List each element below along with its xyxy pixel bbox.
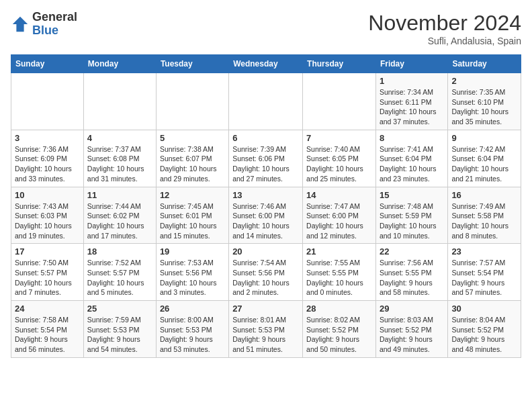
title-block: November 2024 Sufli, Andalusia, Spain xyxy=(368,11,521,46)
day-info: Sunrise: 7:46 AM Sunset: 6:00 PM Dayligh… xyxy=(232,201,299,241)
day-number: 8 xyxy=(380,133,444,143)
month-title: November 2024 xyxy=(368,11,521,36)
day-number: 23 xyxy=(451,246,517,257)
day-info: Sunrise: 7:42 AM Sunset: 6:04 PM Dayligh… xyxy=(451,144,517,184)
logo-text: GeneralBlue xyxy=(32,11,77,38)
day-info: Sunrise: 8:03 AM Sunset: 5:52 PM Dayligh… xyxy=(380,315,444,355)
calendar-cell xyxy=(11,73,84,130)
day-info: Sunrise: 7:37 AM Sunset: 6:08 PM Dayligh… xyxy=(87,144,152,184)
calendar-cell: 28Sunrise: 8:02 AM Sunset: 5:52 PM Dayli… xyxy=(303,301,376,358)
calendar-cell: 17Sunrise: 7:50 AM Sunset: 5:57 PM Dayli… xyxy=(11,244,84,301)
calendar-cell xyxy=(229,73,303,130)
day-info: Sunrise: 8:02 AM Sunset: 5:52 PM Dayligh… xyxy=(306,315,372,355)
day-info: Sunrise: 7:56 AM Sunset: 5:55 PM Dayligh… xyxy=(380,258,444,298)
calendar-cell: 27Sunrise: 8:01 AM Sunset: 5:53 PM Dayli… xyxy=(229,301,303,358)
svg-marker-0 xyxy=(13,17,28,32)
location: Sufli, Andalusia, Spain xyxy=(368,36,521,46)
weekday-header-sunday: Sunday xyxy=(11,55,84,73)
day-number: 27 xyxy=(232,304,299,314)
calendar-cell: 1Sunrise: 7:34 AM Sunset: 6:11 PM Daylig… xyxy=(375,73,447,130)
day-number: 17 xyxy=(15,246,80,257)
logo: GeneralBlue xyxy=(11,11,77,38)
calendar-cell: 10Sunrise: 7:43 AM Sunset: 6:03 PM Dayli… xyxy=(11,187,84,244)
day-number: 5 xyxy=(160,133,225,143)
day-number: 2 xyxy=(451,76,517,86)
day-number: 12 xyxy=(160,190,225,200)
calendar-cell: 12Sunrise: 7:45 AM Sunset: 6:01 PM Dayli… xyxy=(156,187,228,244)
day-number: 21 xyxy=(306,246,372,257)
calendar-cell: 13Sunrise: 7:46 AM Sunset: 6:00 PM Dayli… xyxy=(229,187,303,244)
calendar-cell: 11Sunrise: 7:44 AM Sunset: 6:02 PM Dayli… xyxy=(83,187,156,244)
day-number: 11 xyxy=(87,190,152,200)
calendar-cell: 4Sunrise: 7:37 AM Sunset: 6:08 PM Daylig… xyxy=(83,130,156,187)
calendar-cell: 16Sunrise: 7:49 AM Sunset: 5:58 PM Dayli… xyxy=(448,187,521,244)
calendar-cell: 3Sunrise: 7:36 AM Sunset: 6:09 PM Daylig… xyxy=(11,130,84,187)
day-info: Sunrise: 7:47 AM Sunset: 6:00 PM Dayligh… xyxy=(306,201,372,241)
day-info: Sunrise: 7:54 AM Sunset: 5:56 PM Dayligh… xyxy=(232,258,299,298)
day-number: 9 xyxy=(451,133,517,143)
weekday-header-thursday: Thursday xyxy=(303,55,376,73)
calendar-cell: 19Sunrise: 7:53 AM Sunset: 5:56 PM Dayli… xyxy=(156,244,228,301)
day-info: Sunrise: 8:01 AM Sunset: 5:53 PM Dayligh… xyxy=(232,315,299,355)
day-number: 3 xyxy=(15,133,80,143)
day-number: 25 xyxy=(87,304,152,314)
day-info: Sunrise: 7:57 AM Sunset: 5:54 PM Dayligh… xyxy=(451,258,517,298)
calendar-cell xyxy=(156,73,228,130)
day-number: 6 xyxy=(232,133,299,143)
day-number: 14 xyxy=(306,190,372,200)
day-info: Sunrise: 7:38 AM Sunset: 6:07 PM Dayligh… xyxy=(160,144,225,184)
day-number: 10 xyxy=(15,190,80,200)
day-info: Sunrise: 7:58 AM Sunset: 5:54 PM Dayligh… xyxy=(15,315,80,355)
weekday-header-wednesday: Wednesday xyxy=(229,55,303,73)
calendar-cell: 8Sunrise: 7:41 AM Sunset: 6:04 PM Daylig… xyxy=(375,130,447,187)
calendar-cell: 2Sunrise: 7:35 AM Sunset: 6:10 PM Daylig… xyxy=(448,73,521,130)
day-info: Sunrise: 7:41 AM Sunset: 6:04 PM Dayligh… xyxy=(380,144,444,184)
calendar-cell: 14Sunrise: 7:47 AM Sunset: 6:00 PM Dayli… xyxy=(303,187,376,244)
day-info: Sunrise: 7:44 AM Sunset: 6:02 PM Dayligh… xyxy=(87,201,152,241)
day-number: 4 xyxy=(87,133,152,143)
day-number: 28 xyxy=(306,304,372,314)
day-number: 30 xyxy=(451,304,517,314)
calendar-cell: 9Sunrise: 7:42 AM Sunset: 6:04 PM Daylig… xyxy=(448,130,521,187)
day-info: Sunrise: 7:48 AM Sunset: 5:59 PM Dayligh… xyxy=(380,201,444,241)
calendar-cell: 7Sunrise: 7:40 AM Sunset: 6:05 PM Daylig… xyxy=(303,130,376,187)
calendar-cell: 6Sunrise: 7:39 AM Sunset: 6:06 PM Daylig… xyxy=(229,130,303,187)
calendar-cell xyxy=(303,73,376,130)
day-info: Sunrise: 7:55 AM Sunset: 5:55 PM Dayligh… xyxy=(306,258,372,298)
day-info: Sunrise: 7:50 AM Sunset: 5:57 PM Dayligh… xyxy=(15,258,80,298)
calendar-cell: 26Sunrise: 8:00 AM Sunset: 5:53 PM Dayli… xyxy=(156,301,228,358)
day-number: 18 xyxy=(87,246,152,257)
day-number: 15 xyxy=(380,190,444,200)
day-info: Sunrise: 7:59 AM Sunset: 5:53 PM Dayligh… xyxy=(87,315,152,355)
day-info: Sunrise: 7:53 AM Sunset: 5:56 PM Dayligh… xyxy=(160,258,225,298)
day-info: Sunrise: 7:39 AM Sunset: 6:06 PM Dayligh… xyxy=(232,144,299,184)
day-number: 22 xyxy=(380,246,444,257)
day-number: 7 xyxy=(306,133,372,143)
calendar-table: SundayMondayTuesdayWednesdayThursdayFrid… xyxy=(11,54,521,358)
day-info: Sunrise: 8:04 AM Sunset: 5:52 PM Dayligh… xyxy=(451,315,517,355)
calendar-cell: 22Sunrise: 7:56 AM Sunset: 5:55 PM Dayli… xyxy=(375,244,447,301)
day-number: 13 xyxy=(232,190,299,200)
calendar-cell: 23Sunrise: 7:57 AM Sunset: 5:54 PM Dayli… xyxy=(448,244,521,301)
calendar-cell: 30Sunrise: 8:04 AM Sunset: 5:52 PM Dayli… xyxy=(448,301,521,358)
calendar-cell: 24Sunrise: 7:58 AM Sunset: 5:54 PM Dayli… xyxy=(11,301,84,358)
weekday-header-tuesday: Tuesday xyxy=(156,55,228,73)
calendar-cell: 5Sunrise: 7:38 AM Sunset: 6:07 PM Daylig… xyxy=(156,130,228,187)
day-info: Sunrise: 7:40 AM Sunset: 6:05 PM Dayligh… xyxy=(306,144,372,184)
day-info: Sunrise: 7:43 AM Sunset: 6:03 PM Dayligh… xyxy=(15,201,80,241)
day-number: 29 xyxy=(380,304,444,314)
calendar-cell: 18Sunrise: 7:52 AM Sunset: 5:57 PM Dayli… xyxy=(83,244,156,301)
calendar-cell: 21Sunrise: 7:55 AM Sunset: 5:55 PM Dayli… xyxy=(303,244,376,301)
calendar-cell xyxy=(83,73,156,130)
calendar-cell: 20Sunrise: 7:54 AM Sunset: 5:56 PM Dayli… xyxy=(229,244,303,301)
day-info: Sunrise: 7:34 AM Sunset: 6:11 PM Dayligh… xyxy=(380,87,444,127)
page-header: GeneralBlue November 2024 Sufli, Andalus… xyxy=(11,11,521,46)
day-info: Sunrise: 8:00 AM Sunset: 5:53 PM Dayligh… xyxy=(160,315,225,355)
day-info: Sunrise: 7:45 AM Sunset: 6:01 PM Dayligh… xyxy=(160,201,225,241)
calendar-cell: 29Sunrise: 8:03 AM Sunset: 5:52 PM Dayli… xyxy=(375,301,447,358)
day-number: 1 xyxy=(380,76,444,86)
day-info: Sunrise: 7:35 AM Sunset: 6:10 PM Dayligh… xyxy=(451,87,517,127)
day-number: 26 xyxy=(160,304,225,314)
day-number: 19 xyxy=(160,246,225,257)
day-info: Sunrise: 7:36 AM Sunset: 6:09 PM Dayligh… xyxy=(15,144,80,184)
